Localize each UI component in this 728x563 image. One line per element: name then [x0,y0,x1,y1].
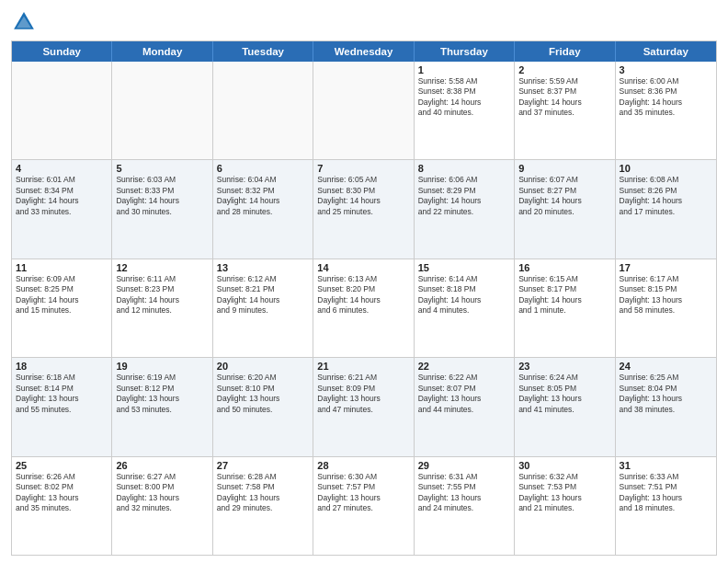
day-info: Sunrise: 6:08 AM Sunset: 8:26 PM Dayligh… [620,175,712,217]
cal-row: 18Sunrise: 6:18 AM Sunset: 8:14 PM Dayli… [12,357,716,455]
cal-cell: 28Sunrise: 6:30 AM Sunset: 7:57 PM Dayli… [313,457,414,555]
day-number: 16 [518,262,610,273]
cal-cell: 21Sunrise: 6:21 AM Sunset: 8:09 PM Dayli… [313,358,414,455]
cal-cell: 29Sunrise: 6:31 AM Sunset: 7:55 PM Dayli… [415,457,515,555]
cal-cell: 1Sunrise: 5:58 AM Sunset: 8:38 PM Daylig… [415,62,515,159]
day-info: Sunrise: 6:00 AM Sunset: 8:36 PM Dayligh… [620,76,712,119]
day-number: 6 [217,163,309,174]
day-info: Sunrise: 6:28 AM Sunset: 7:58 PM Dayligh… [217,472,309,514]
day-number: 7 [317,163,409,174]
day-number: 8 [418,163,510,174]
day-number: 3 [620,64,712,75]
day-number: 29 [418,460,510,471]
day-info: Sunrise: 6:27 AM Sunset: 8:00 PM Dayligh… [116,472,208,514]
cal-header-day: Monday [112,41,212,62]
day-number: 15 [418,262,510,273]
day-info: Sunrise: 6:30 AM Sunset: 7:57 PM Dayligh… [317,472,409,514]
cal-cell: 18Sunrise: 6:18 AM Sunset: 8:14 PM Dayli… [12,358,112,455]
cal-cell: 25Sunrise: 6:26 AM Sunset: 8:02 PM Dayli… [12,457,112,555]
day-info: Sunrise: 6:12 AM Sunset: 8:21 PM Dayligh… [217,274,309,316]
day-number: 4 [16,163,108,174]
cal-cell: 31Sunrise: 6:33 AM Sunset: 7:51 PM Dayli… [616,457,716,555]
day-info: Sunrise: 6:01 AM Sunset: 8:34 PM Dayligh… [16,175,108,217]
day-info: Sunrise: 6:32 AM Sunset: 7:53 PM Dayligh… [518,472,610,514]
day-info: Sunrise: 5:59 AM Sunset: 8:37 PM Dayligh… [518,76,610,119]
day-info: Sunrise: 6:25 AM Sunset: 8:04 PM Dayligh… [620,373,712,415]
page: SundayMondayTuesdayWednesdayThursdayFrid… [0,0,728,563]
cal-cell: 26Sunrise: 6:27 AM Sunset: 8:00 PM Dayli… [112,457,212,555]
day-info: Sunrise: 6:26 AM Sunset: 8:02 PM Dayligh… [16,472,108,514]
cal-row: 1Sunrise: 5:58 AM Sunset: 8:38 PM Daylig… [12,62,716,159]
cal-cell: 22Sunrise: 6:22 AM Sunset: 8:07 PM Dayli… [415,358,515,455]
day-info: Sunrise: 6:15 AM Sunset: 8:17 PM Dayligh… [518,274,610,316]
logo-icon [11,9,37,35]
day-info: Sunrise: 6:22 AM Sunset: 8:07 PM Dayligh… [418,373,510,415]
day-number: 31 [620,460,712,471]
cal-cell: 15Sunrise: 6:14 AM Sunset: 8:18 PM Dayli… [415,259,515,357]
cal-header-day: Wednesday [313,41,414,62]
day-info: Sunrise: 5:58 AM Sunset: 8:38 PM Dayligh… [418,76,510,119]
cal-cell: 20Sunrise: 6:20 AM Sunset: 8:10 PM Dayli… [213,358,313,455]
day-info: Sunrise: 6:09 AM Sunset: 8:25 PM Dayligh… [16,274,108,316]
day-number: 2 [518,64,610,75]
cal-cell: 12Sunrise: 6:11 AM Sunset: 8:23 PM Dayli… [112,259,212,357]
cal-cell: 30Sunrise: 6:32 AM Sunset: 7:53 PM Dayli… [515,457,615,555]
logo [11,9,40,35]
cal-header-day: Sunday [12,41,112,62]
day-info: Sunrise: 6:20 AM Sunset: 8:10 PM Dayligh… [217,373,309,415]
day-info: Sunrise: 6:33 AM Sunset: 7:51 PM Dayligh… [620,472,712,514]
cal-cell [12,62,112,159]
cal-cell [112,62,212,159]
cal-row: 4Sunrise: 6:01 AM Sunset: 8:34 PM Daylig… [12,159,716,258]
cal-cell: 6Sunrise: 6:04 AM Sunset: 8:32 PM Daylig… [213,160,313,258]
day-info: Sunrise: 6:04 AM Sunset: 8:32 PM Dayligh… [217,175,309,217]
cal-cell: 11Sunrise: 6:09 AM Sunset: 8:25 PM Dayli… [12,259,112,357]
day-number: 9 [518,163,610,174]
cal-row: 11Sunrise: 6:09 AM Sunset: 8:25 PM Dayli… [12,259,716,357]
day-info: Sunrise: 6:03 AM Sunset: 8:33 PM Dayligh… [116,175,208,217]
cal-cell: 5Sunrise: 6:03 AM Sunset: 8:33 PM Daylig… [112,160,212,258]
cal-cell: 13Sunrise: 6:12 AM Sunset: 8:21 PM Dayli… [213,259,313,357]
cal-cell: 27Sunrise: 6:28 AM Sunset: 7:58 PM Dayli… [213,457,313,555]
day-info: Sunrise: 6:21 AM Sunset: 8:09 PM Dayligh… [317,373,409,415]
calendar-header: SundayMondayTuesdayWednesdayThursdayFrid… [12,41,716,62]
cal-cell: 14Sunrise: 6:13 AM Sunset: 8:20 PM Dayli… [313,259,414,357]
day-number: 11 [16,262,108,273]
day-info: Sunrise: 6:24 AM Sunset: 8:05 PM Dayligh… [518,373,610,415]
cal-cell: 9Sunrise: 6:07 AM Sunset: 8:27 PM Daylig… [515,160,615,258]
header [11,9,717,35]
day-number: 28 [317,460,409,471]
day-number: 19 [116,361,208,372]
cal-cell: 17Sunrise: 6:17 AM Sunset: 8:15 PM Dayli… [616,259,716,357]
day-info: Sunrise: 6:18 AM Sunset: 8:14 PM Dayligh… [16,373,108,415]
cal-cell: 16Sunrise: 6:15 AM Sunset: 8:17 PM Dayli… [515,259,615,357]
cal-cell: 23Sunrise: 6:24 AM Sunset: 8:05 PM Dayli… [515,358,615,455]
day-number: 30 [518,460,610,471]
cal-cell: 19Sunrise: 6:19 AM Sunset: 8:12 PM Dayli… [112,358,212,455]
day-info: Sunrise: 6:11 AM Sunset: 8:23 PM Dayligh… [116,274,208,316]
cal-cell: 2Sunrise: 5:59 AM Sunset: 8:37 PM Daylig… [515,62,615,159]
day-number: 5 [116,163,208,174]
day-info: Sunrise: 6:13 AM Sunset: 8:20 PM Dayligh… [317,274,409,316]
cal-cell: 4Sunrise: 6:01 AM Sunset: 8:34 PM Daylig… [12,160,112,258]
cal-header-day: Saturday [616,41,716,62]
day-info: Sunrise: 6:31 AM Sunset: 7:55 PM Dayligh… [418,472,510,514]
day-number: 21 [317,361,409,372]
cal-cell: 3Sunrise: 6:00 AM Sunset: 8:36 PM Daylig… [616,62,716,159]
day-number: 14 [317,262,409,273]
cal-header-day: Thursday [415,41,515,62]
cal-row: 25Sunrise: 6:26 AM Sunset: 8:02 PM Dayli… [12,456,716,555]
day-number: 20 [217,361,309,372]
day-number: 17 [620,262,712,273]
day-info: Sunrise: 6:14 AM Sunset: 8:18 PM Dayligh… [418,274,510,316]
day-number: 1 [418,64,510,75]
day-info: Sunrise: 6:05 AM Sunset: 8:30 PM Dayligh… [317,175,409,217]
day-number: 12 [116,262,208,273]
cal-cell: 24Sunrise: 6:25 AM Sunset: 8:04 PM Dayli… [616,358,716,455]
day-info: Sunrise: 6:06 AM Sunset: 8:29 PM Dayligh… [418,175,510,217]
day-number: 25 [16,460,108,471]
day-info: Sunrise: 6:07 AM Sunset: 8:27 PM Dayligh… [518,175,610,217]
cal-cell: 8Sunrise: 6:06 AM Sunset: 8:29 PM Daylig… [415,160,515,258]
day-number: 22 [418,361,510,372]
cal-cell: 7Sunrise: 6:05 AM Sunset: 8:30 PM Daylig… [313,160,414,258]
